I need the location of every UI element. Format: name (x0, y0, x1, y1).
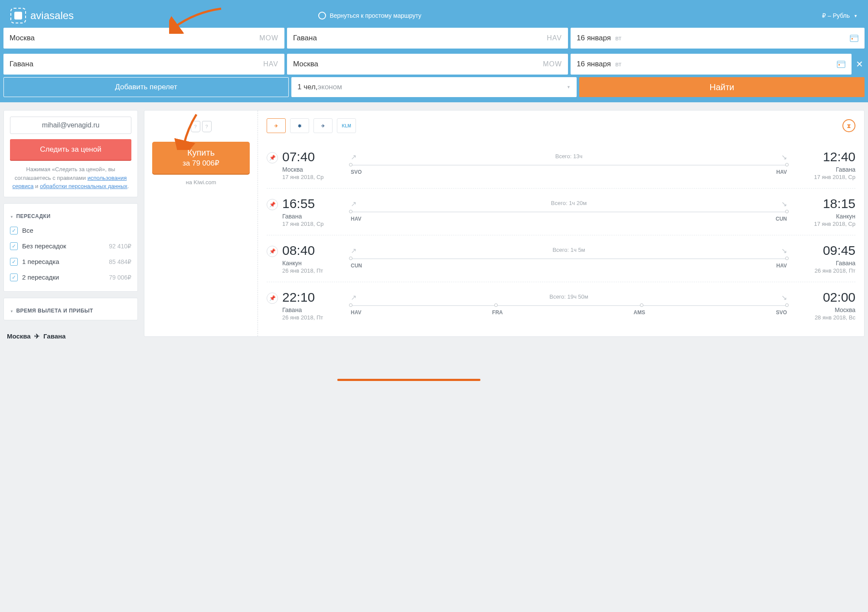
time-filter-panel: ВРЕМЯ ВЫЛЕТА И ПРИБЫТ (3, 298, 138, 320)
legal-text: Нажимая «Следить за ценой», вы соглашает… (10, 165, 131, 191)
privacy-link[interactable]: обработки персональных данных (40, 183, 127, 189)
logo[interactable]: aviasales (10, 8, 74, 23)
transfer-option[interactable]: ✓ Все (10, 223, 131, 238)
departure: 07:40 Москва 17 янв 2018, Ср (282, 150, 343, 180)
buy-button[interactable]: Купить за 79 006₽ (152, 142, 250, 174)
flight-segment: 📌 16:55 Гавана 17 янв 2018, Ср ↗ Всего: … (267, 189, 855, 235)
destination-code-1: HAV (547, 34, 562, 42)
dep-city: Москва (282, 166, 343, 173)
pin-button[interactable]: 📌 (267, 293, 278, 304)
timer-icon: ⧗ (842, 119, 855, 132)
remove-row-button[interactable]: ✕ (854, 54, 865, 75)
stop-code: HAV (351, 309, 361, 316)
transfers-title[interactable]: ПЕРЕСАДКИ (10, 210, 131, 223)
date-value-2: 16 января (577, 60, 611, 68)
origin-code-2: HAV (263, 60, 278, 68)
email-input[interactable] (10, 117, 131, 134)
watch-price-button[interactable]: Следить за ценой (10, 139, 131, 160)
destination-field-1[interactable]: HAV (287, 28, 568, 49)
departure: 16:55 Гавана 17 янв 2018, Ср (282, 196, 343, 227)
seller-label: на Kiwi.com (186, 179, 216, 186)
arr-date: 28 янв 2018, Вс (795, 314, 855, 321)
arr-time: 12:40 (795, 150, 855, 164)
arrival: 18:15 Канкун 17 янв 2018, Ср (795, 196, 855, 227)
stop-code: CUN (351, 263, 362, 269)
transfer-option[interactable]: ✓ Без пересадок 92 410₽ (10, 238, 131, 254)
date-field-1[interactable]: 16 января вт (571, 28, 865, 49)
checkbox-icon[interactable]: ✓ (10, 227, 18, 234)
passengers-class: эконом (318, 83, 342, 91)
currency-selector[interactable]: ₽ – Рубль (822, 12, 858, 19)
takeoff-icon: ↗ (351, 200, 356, 208)
origin-input-1[interactable] (10, 34, 259, 42)
stop-code: AMS (633, 309, 645, 316)
destination-field-2[interactable]: MOW (287, 54, 568, 75)
takeoff-icon: ↗ (351, 247, 356, 255)
dep-date: 17 янв 2018, Ср (282, 174, 343, 180)
time-title[interactable]: ВРЕМЯ ВЫЛЕТА И ПРИБЫТ (10, 304, 131, 317)
arrival: 09:45 Гавана 26 янв 2018, Пт (795, 243, 855, 274)
close-icon: ✕ (856, 59, 863, 69)
route-to: Гавана (43, 332, 65, 340)
origin-field-2[interactable]: HAV (3, 54, 284, 75)
ticket-card: ? ? Купить за 79 006₽ на Kiwi.com ✈ ✱ ✈ … (144, 110, 865, 337)
transfer-option[interactable]: ✓ 2 пересадки 79 006₽ (10, 270, 131, 285)
destination-input-1[interactable] (293, 34, 547, 42)
svg-rect-5 (839, 64, 840, 65)
transfer-option[interactable]: ✓ 1 пересадка 85 484₽ (10, 254, 131, 270)
land-icon: ↘ (781, 247, 787, 255)
duration: Всего: 1ч 20м (551, 200, 587, 208)
pin-button[interactable]: 📌 (267, 246, 278, 257)
checkbox-icon[interactable]: ✓ (10, 258, 18, 266)
checkbox-icon[interactable]: ✓ (10, 242, 18, 250)
transfer-label: 1 пересадка (22, 258, 109, 265)
buy-label: Купить (152, 148, 250, 158)
stop-code: SVO (776, 309, 787, 316)
calendar-icon (837, 60, 845, 68)
suitcase-icon: ? (202, 121, 212, 132)
flight-path: ↗ Всего: 1ч 5м ↘ CUNHAV (343, 243, 795, 269)
search-button[interactable]: Найти (579, 77, 865, 97)
transfer-price: 92 410₽ (109, 243, 131, 250)
origin-field-1[interactable]: MOW (3, 28, 284, 49)
arrival: 12:40 Гавана 17 янв 2018, Ср (795, 150, 855, 180)
carriers-row: ✈ ✱ ✈ KLM ⧗ (267, 118, 855, 133)
refresh-icon (318, 12, 326, 20)
checkbox-icon[interactable]: ✓ (10, 273, 18, 281)
destination-code-2: MOW (543, 60, 562, 68)
land-icon: ↘ (781, 293, 787, 302)
date-value-1: 16 января (577, 34, 611, 42)
flight-path: ↗ Всего: 13ч ↘ SVOHAV (343, 150, 795, 175)
transfer-price: 79 006₽ (109, 274, 131, 281)
date-field-2[interactable]: 16 января вт (571, 54, 852, 75)
dep-time: 22:10 (282, 290, 343, 305)
destination-input-2[interactable] (293, 60, 543, 68)
carrier-klm-icon: KLM (337, 118, 356, 133)
transfer-label: 2 пересадки (22, 273, 109, 281)
stop-code: HAV (777, 263, 787, 269)
transfers-filter-panel: ПЕРЕСАДКИ ✓ Все ✓ Без пересадок 92 410₽✓… (3, 203, 138, 292)
takeoff-icon: ↗ (351, 153, 356, 161)
dep-city: Канкун (282, 260, 343, 267)
duration: Всего: 1ч 5м (552, 247, 585, 255)
arr-city: Гавана (795, 260, 855, 267)
passengers-select[interactable]: 1 чел, эконом (291, 77, 577, 97)
pin-button[interactable]: 📌 (267, 199, 278, 210)
transfer-price: 85 484₽ (109, 258, 131, 265)
flight-segment: 📌 07:40 Москва 17 янв 2018, Ср ↗ Всего: … (267, 142, 855, 189)
stop-code: FRA (492, 309, 503, 316)
origin-input-2[interactable] (10, 60, 263, 68)
arr-city: Гавана (795, 166, 855, 173)
simple-route-link[interactable]: Вернуться к простому маршруту (318, 12, 421, 20)
arr-city: Москва (795, 306, 855, 313)
carrier-aeroflot-icon: ✈ (313, 118, 333, 133)
takeoff-icon: ↗ (351, 293, 356, 302)
duration: Всего: 13ч (555, 153, 583, 161)
passengers-count: 1 чел, (297, 83, 318, 91)
route-summary: Москва ✈ Гавана (3, 326, 138, 340)
pin-button[interactable]: 📌 (267, 152, 278, 163)
add-flight-button[interactable]: Добавить перелет (3, 77, 289, 97)
svg-rect-3 (837, 61, 845, 68)
duration: Всего: 19ч 50м (549, 293, 588, 302)
header: aviasales Вернуться к простому маршруту … (0, 0, 868, 102)
